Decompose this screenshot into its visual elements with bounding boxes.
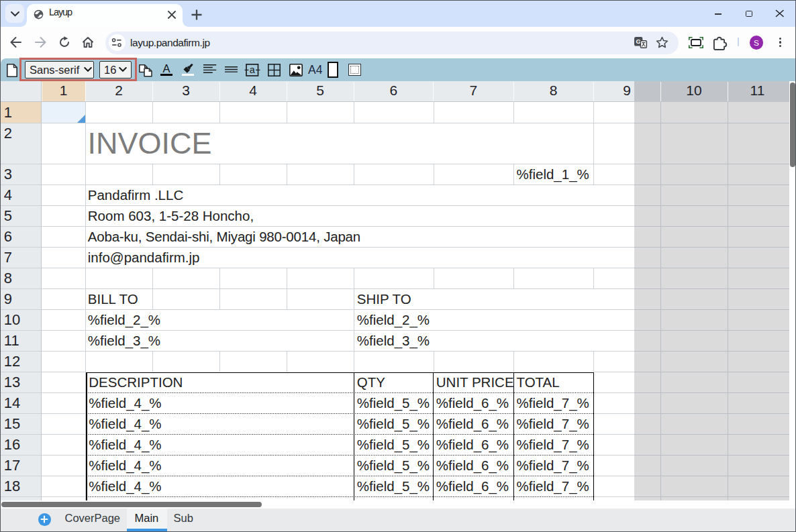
svg-text:a: a	[250, 64, 256, 75]
